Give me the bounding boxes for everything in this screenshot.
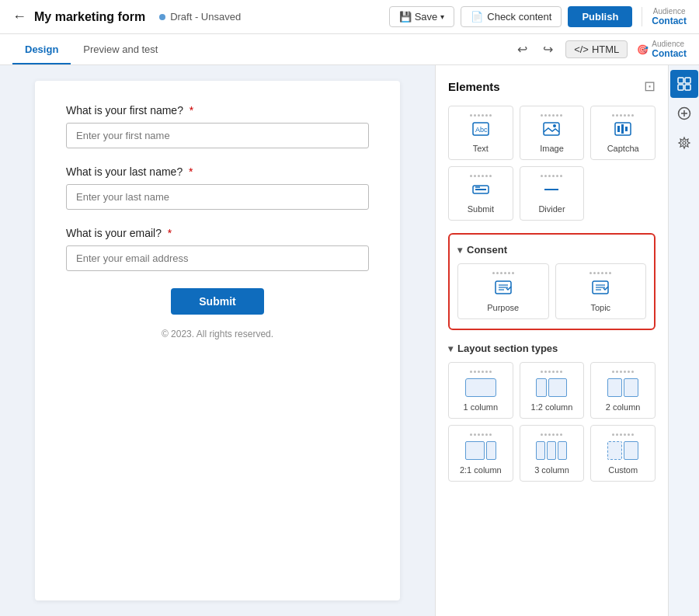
audience-tab-box: 🎯 Audience Contact [637, 40, 687, 59]
required-star: * [190, 104, 193, 117]
header-right: 💾 Save ▾ 📄 Check content Publish Audienc… [389, 6, 687, 27]
lastname-input[interactable] [66, 184, 369, 210]
svg-rect-21 [685, 78, 690, 83]
audience-value: Contact [652, 16, 687, 26]
dots [470, 433, 492, 436]
element-divider[interactable]: Divider [520, 166, 585, 221]
panel-toggle-icon[interactable]: ⊡ [644, 78, 656, 95]
dots [541, 433, 562, 436]
element-captcha[interactable]: Captcha [590, 106, 656, 160]
tab-design[interactable]: Design [12, 36, 71, 64]
panel-title: Elements [448, 80, 500, 93]
save-label: Save [415, 11, 438, 23]
layout-2-1col-label: 2:1 column [460, 465, 502, 475]
sidebar-elements-button[interactable] [670, 70, 698, 98]
layout-chevron-icon: ▾ [448, 343, 453, 354]
tabs-bar: Design Preview and test ↩ ↪ </> HTML 🎯 A… [0, 34, 699, 65]
back-button[interactable]: ← [12, 9, 26, 25]
svg-rect-2 [544, 123, 559, 135]
elements-grid: Abc Text Image [448, 106, 656, 221]
field-email: What is your email? * [66, 227, 369, 271]
field-firstname: What is your first name? * [66, 104, 369, 148]
layout-1col-icon [465, 378, 496, 397]
purpose-icon [495, 280, 512, 299]
element-image-dots [541, 114, 562, 117]
canvas: What is your first name? * What is your … [0, 65, 435, 616]
submit-area: Submit [66, 288, 369, 315]
check-content-label: Check content [487, 11, 551, 23]
col-wide [548, 378, 568, 397]
col2 [624, 378, 638, 397]
col1 [607, 441, 622, 460]
svg-rect-7 [625, 127, 628, 131]
submit-button[interactable]: Submit [171, 288, 263, 315]
layout-1col[interactable]: 1 column [448, 362, 513, 419]
element-text-label: Text [473, 144, 489, 153]
element-submit-dots [470, 175, 492, 177]
element-topic[interactable]: Topic [555, 263, 647, 319]
col-wide [465, 441, 485, 460]
col1 [536, 441, 545, 460]
audience-tab-info: Audience Contact [652, 40, 687, 59]
field-lastname: What is your last name? * [66, 165, 369, 210]
consent-header[interactable]: ▾ Consent [457, 244, 646, 256]
svg-rect-23 [685, 85, 690, 90]
col-narrow [486, 441, 496, 460]
audience-label: Audience [653, 7, 686, 16]
publish-button[interactable]: Publish [568, 6, 632, 27]
header-left: ← My marketing form Draft - Unsaved [12, 9, 389, 25]
save-button[interactable]: 💾 Save ▾ [389, 6, 455, 27]
required-star-3: * [168, 227, 172, 239]
layout-section-header[interactable]: ▾ Layout section types [448, 343, 656, 354]
element-captcha-label: Captcha [607, 144, 639, 153]
layout-custom-icon [607, 441, 638, 460]
form-card: What is your first name? * What is your … [35, 81, 400, 600]
col1 [607, 378, 622, 397]
sidebar-settings-button[interactable] [670, 129, 698, 157]
undo-icon[interactable]: ↩ [514, 39, 530, 60]
layout-1col-label: 1 column [464, 402, 499, 412]
tabs-left: Design Preview and test [12, 36, 170, 64]
element-purpose-dots [492, 272, 514, 274]
element-divider-label: Divider [538, 204, 565, 214]
panel-header: Elements ⊡ [448, 78, 656, 95]
layout-2-1col-icon [465, 441, 496, 460]
html-label: HTML [592, 44, 619, 55]
consent-title: Consent [467, 244, 507, 256]
layout-2-1col[interactable]: 2:1 column [448, 425, 513, 482]
field-lastname-label: What is your last name? * [66, 165, 369, 178]
element-purpose[interactable]: Purpose [457, 263, 549, 319]
redo-icon[interactable]: ↪ [540, 39, 556, 60]
layout-1-2col-icon [536, 378, 567, 397]
firstname-input[interactable] [66, 123, 369, 148]
element-image[interactable]: Image [520, 106, 585, 160]
element-text-dots [470, 114, 492, 117]
layout-3col-icon [536, 441, 567, 460]
save-icon: 💾 [399, 11, 412, 23]
element-purpose-label: Purpose [487, 303, 519, 312]
svg-rect-6 [621, 124, 624, 134]
check-content-button[interactable]: 📄 Check content [461, 6, 562, 27]
layout-1-2col[interactable]: 1:2 column [520, 362, 585, 419]
tab-preview[interactable]: Preview and test [71, 36, 170, 64]
layout-custom[interactable]: Custom [590, 425, 656, 482]
layout-2col[interactable]: 2 column [590, 362, 656, 419]
target-icon: 🎯 [637, 44, 649, 55]
element-submit[interactable]: Submit [448, 166, 513, 221]
audience-tab-value: Contact [652, 48, 687, 59]
layout-section: ▾ Layout section types 1 column [448, 343, 656, 482]
layout-custom-label: Custom [608, 465, 638, 475]
sidebar-add-button[interactable] [670, 99, 698, 127]
save-chevron-icon: ▾ [440, 12, 444, 21]
layout-3col[interactable]: 3 column [520, 425, 585, 482]
element-topic-label: Topic [590, 303, 610, 312]
layout-2col-icon [607, 378, 638, 397]
html-button[interactable]: </> HTML [565, 40, 628, 58]
element-text[interactable]: Abc Text [448, 106, 513, 160]
form-title: My marketing form [34, 10, 145, 24]
check-icon: 📄 [471, 11, 483, 23]
element-image-label: Image [540, 144, 564, 153]
dots [612, 371, 634, 373]
layout-grid: 1 column 1:2 column [448, 362, 656, 482]
email-input[interactable] [66, 245, 369, 271]
